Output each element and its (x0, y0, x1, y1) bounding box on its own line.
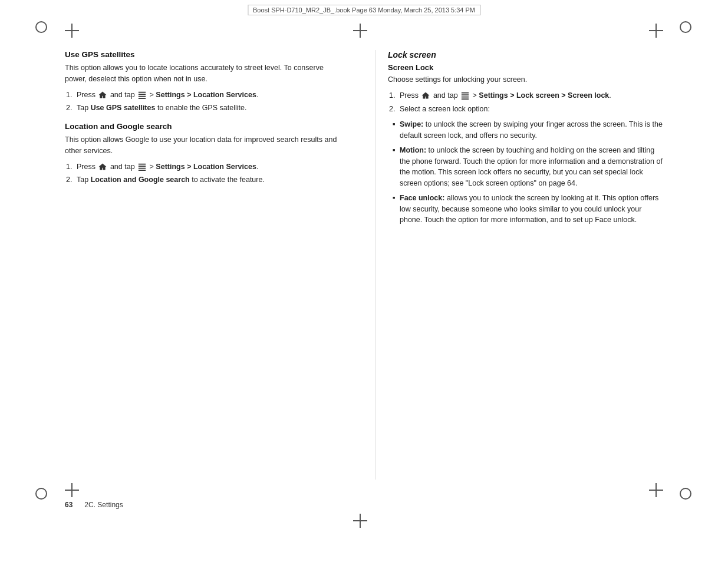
svg-rect-4 (139, 164, 146, 165)
crosshair-top-left (65, 24, 79, 38)
crosshair-bottom-right (649, 483, 663, 497)
footer-page-number: 63 (65, 501, 73, 509)
loc-step-2: Tap Location and Google search to activa… (74, 174, 340, 186)
svg-rect-6 (139, 168, 146, 169)
content-area: Use GPS satellites This option allows yo… (65, 50, 663, 480)
svg-rect-1 (139, 94, 146, 95)
loc-step-2-bold: Location and Google search (91, 176, 190, 184)
footer: 63 2C. Settings (65, 501, 663, 509)
crosshair-bottom-left (65, 483, 79, 497)
svg-rect-11 (462, 99, 469, 100)
section-use-gps-body: This option allows you to locate locatio… (65, 62, 340, 85)
menu-icon-3 (461, 91, 469, 100)
option-swipe-text: to unlock the screen by swiping your fin… (400, 120, 663, 140)
lock-screen-title: Lock screen (388, 50, 663, 59)
header-label-text: Boost SPH-D710_MR2_JB_.book Page 63 Mond… (253, 6, 475, 14)
left-column: Use GPS satellites This option allows yo… (65, 50, 352, 480)
gps-step-1: Press and tap (74, 90, 340, 101)
svg-rect-7 (139, 170, 146, 171)
home-icon-3 (421, 91, 430, 100)
loc-step-1-path: Settings > Location Services (156, 163, 256, 171)
svg-rect-3 (139, 98, 146, 99)
right-column: Lock screen Screen Lock Choose settings … (375, 50, 663, 480)
option-face-unlock-label: Face unlock: (400, 194, 444, 202)
section-location-google-body: This option allows Google to use your lo… (65, 134, 340, 157)
lock-screen-steps: Press and tap (397, 90, 663, 115)
section-location-google-title: Location and Google search (65, 122, 340, 131)
circle-top-right (680, 21, 691, 33)
home-icon-1 (98, 91, 107, 99)
option-face-unlock: Face unlock: allows you to unlock the sc… (393, 193, 663, 226)
option-swipe-label: Swipe: (400, 120, 423, 128)
loc-step-1: Press and tap (74, 161, 340, 173)
gps-step-2-bold: Use GPS satellites (91, 104, 156, 112)
gps-step-1-path: Settings > Location Services (156, 91, 256, 99)
svg-rect-2 (139, 96, 146, 97)
option-motion-label: Motion: (400, 146, 426, 154)
header-label: Boost SPH-D710_MR2_JB_.book Page 63 Mond… (248, 5, 480, 15)
section-use-gps: Use GPS satellites This option allows yo… (65, 50, 340, 114)
gps-step-2: Tap Use GPS satellites to enable the GPS… (74, 103, 340, 114)
lock-step-1-path: Settings > Lock screen > Screen lock (479, 91, 609, 100)
svg-rect-5 (139, 166, 146, 167)
svg-rect-9 (462, 95, 469, 96)
svg-rect-8 (462, 92, 469, 94)
section-lock-screen: Lock screen Screen Lock Choose settings … (388, 50, 663, 226)
circle-bottom-right (680, 488, 691, 500)
lock-step-2: Select a screen lock option: (397, 104, 663, 115)
section-use-gps-title: Use GPS satellites (65, 50, 340, 59)
svg-rect-10 (462, 97, 469, 98)
menu-icon-2 (138, 163, 146, 171)
crosshair-top-center (353, 24, 367, 38)
circle-top-left (35, 21, 47, 33)
home-icon-2 (98, 163, 107, 171)
lock-step-1: Press and tap (397, 90, 663, 101)
option-motion: Motion: to unlock the screen by touching… (393, 145, 663, 189)
screen-lock-subtitle: Screen Lock (388, 63, 663, 72)
section-location-google: Location and Google search This option a… (65, 122, 340, 186)
screen-lock-intro: Choose settings for unlocking your scree… (388, 74, 663, 85)
option-motion-text: to unlock the screen by touching and hol… (400, 146, 663, 187)
svg-rect-0 (139, 92, 146, 93)
crosshair-bottom-center (353, 514, 367, 528)
lock-screen-options: Swipe: to unlock the screen by swiping y… (393, 119, 663, 226)
crosshair-top-right (649, 24, 663, 38)
option-swipe: Swipe: to unlock the screen by swiping y… (393, 119, 663, 141)
section-use-gps-steps: Press and tap (74, 90, 340, 114)
menu-icon-1 (138, 91, 146, 99)
section-location-google-steps: Press and tap (74, 161, 340, 186)
footer-section-label: 2C. Settings (84, 501, 123, 509)
circle-bottom-left (35, 488, 47, 500)
